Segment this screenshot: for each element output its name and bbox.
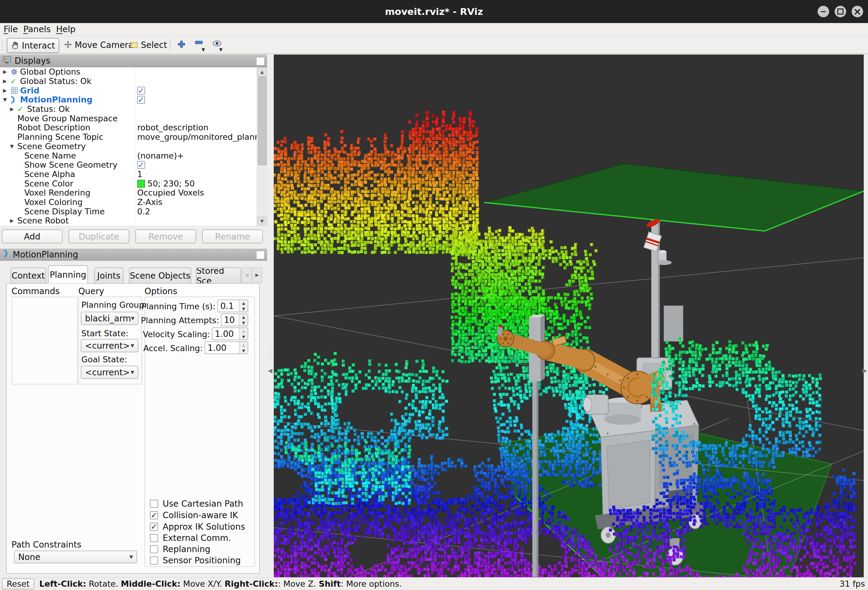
right-splitter[interactable]: ▶: [864, 54, 868, 577]
spin-down-button[interactable]: ▼: [239, 320, 248, 326]
3d-viewport[interactable]: [274, 54, 864, 577]
tool-interact[interactable]: Interact: [7, 38, 59, 53]
collapse-arrow-icon[interactable]: ▶: [3, 86, 10, 95]
expand-arrow-icon[interactable]: ▼: [10, 142, 17, 151]
tree-row-name[interactable]: ▼Scene Geometry: [0, 142, 143, 151]
checkbox-checked[interactable]: ✓: [137, 161, 145, 169]
tool-move-camera[interactable]: Move Camera: [60, 38, 137, 52]
tab-joints[interactable]: Joints: [94, 268, 124, 284]
tree-row-name[interactable]: ▼MotionPlanning: [0, 95, 137, 104]
tree-row-name[interactable]: Scene Alpha: [0, 170, 151, 179]
add-button[interactable]: Add: [2, 230, 62, 243]
tree-row-name[interactable]: ▶✓Global Status: Ok: [0, 77, 137, 86]
collision-aware-ik-checkbox[interactable]: ✓: [150, 511, 158, 519]
tree-row-name[interactable]: Robot Description: [0, 123, 143, 132]
motionplanning-float-button[interactable]: [256, 251, 265, 259]
tree-row-name[interactable]: Scene Name: [0, 151, 151, 160]
spin-down-button[interactable]: ▼: [239, 334, 248, 340]
tree-row-value[interactable]: ✓: [137, 95, 145, 104]
tree-row-name[interactable]: ▶Grid: [0, 86, 137, 95]
value-text: Z-Axis: [137, 198, 162, 207]
minimize-button[interactable]: [818, 6, 829, 17]
tree-row-value[interactable]: move_group/monitored_plann...: [137, 132, 257, 142]
checkbox-checked[interactable]: ✓: [137, 87, 145, 94]
reset-button[interactable]: Reset: [2, 578, 34, 589]
accel-scaling-spinner[interactable]: 1.00▲▼: [205, 341, 248, 354]
tab-stored-sce[interactable]: Stored Sce: [196, 268, 241, 284]
displays-float-button[interactable]: [256, 57, 265, 65]
external-comm-checkbox[interactable]: [150, 534, 158, 542]
tab-planning[interactable]: Planning: [48, 265, 88, 284]
use-cartesian-path-checkbox[interactable]: [150, 500, 158, 508]
collapse-arrow-icon[interactable]: ▶: [10, 104, 17, 114]
motionplanning-panel-header[interactable]: MotionPlanning: [0, 249, 267, 261]
spin-down-button[interactable]: ▼: [239, 306, 248, 312]
tree-row-value[interactable]: (noname)+: [137, 151, 184, 160]
tree-row-name[interactable]: ▶Scene Robot: [0, 216, 143, 225]
tab-scroll-right-button[interactable]: ▶: [252, 268, 262, 282]
tree-row-value[interactable]: 50; 230; 50: [137, 179, 195, 188]
checkbox-checked[interactable]: ✓: [137, 96, 145, 104]
color-swatch[interactable]: [137, 180, 145, 188]
left-splitter[interactable]: ◀: [267, 54, 274, 577]
displays-panel-header[interactable]: Displays: [0, 54, 267, 67]
tree-row-name[interactable]: ▶✓Status: Ok: [0, 104, 143, 114]
displays-scrollbar[interactable]: ▲ ▼: [257, 67, 267, 225]
toolbar-minus-dropdown[interactable]: ▼: [202, 47, 205, 53]
menu-help[interactable]: Help: [56, 24, 75, 34]
tree-row-value[interactable]: Occupied Voxels: [137, 188, 204, 198]
spin-up-button[interactable]: ▲: [239, 314, 248, 320]
tree-row-planning-scene-topic: Planning Scene Topicmove_group/monitored…: [0, 132, 257, 142]
tree-row-name[interactable]: Move Group Namespace: [0, 114, 143, 123]
toolbar-drag-handle[interactable]: [2, 40, 3, 50]
start-state-select[interactable]: <current>▼: [81, 339, 139, 352]
expand-arrow-icon[interactable]: ▼: [3, 95, 10, 104]
tree-row-name[interactable]: Voxel Rendering: [0, 188, 151, 198]
tab-scene-objects[interactable]: Scene Objects: [129, 268, 191, 284]
replanning-checkbox[interactable]: [150, 545, 158, 553]
collapse-left-icon[interactable]: ◀: [268, 367, 272, 374]
tree-row-name[interactable]: Scene Display Time: [0, 207, 151, 216]
tree-row-value[interactable]: robot_description: [137, 123, 208, 132]
planning-group-select[interactable]: blacki_arm▼: [81, 312, 139, 325]
tree-row-value[interactable]: 0.2: [137, 207, 150, 216]
tree-row-value[interactable]: Z-Axis: [137, 198, 162, 207]
hand-icon: [11, 41, 19, 50]
sensor-positioning-checkbox[interactable]: [150, 556, 158, 565]
menu-panels[interactable]: Panels: [24, 24, 51, 34]
velocity-scaling-spinner[interactable]: 1.00▲▼: [212, 327, 248, 340]
tree-row-value[interactable]: ✓: [137, 86, 145, 95]
tree-row-value[interactable]: ✓: [137, 160, 145, 170]
approx-ik-solutions-checkbox[interactable]: ✓: [150, 523, 158, 531]
tree-row-name[interactable]: ▶Global Options: [0, 67, 137, 77]
value-text: move_group/monitored_plann...: [137, 132, 257, 141]
menu-file[interactable]: File: [4, 24, 18, 34]
close-button[interactable]: ×: [852, 6, 863, 17]
planning-attempts-spinner[interactable]: 10▲▼: [221, 313, 248, 326]
toolbar-eye-dropdown[interactable]: ▼: [219, 47, 223, 53]
tool-select[interactable]: Select: [127, 38, 171, 52]
maximize-button[interactable]: [835, 6, 846, 17]
collapse-arrow-icon[interactable]: ▶: [3, 67, 10, 77]
tree-row-label: Scene Robot: [17, 216, 69, 225]
toolbar-minus-button[interactable]: [195, 40, 203, 46]
scroll-up-button[interactable]: ▲: [257, 67, 267, 77]
tree-row-name[interactable]: Show Scene Geometry: [0, 160, 151, 170]
path-constraints-select[interactable]: None ▼: [14, 550, 137, 564]
tree-row-name[interactable]: Scene Color: [0, 179, 151, 188]
scroll-thumb[interactable]: [258, 77, 267, 165]
spin-down-button[interactable]: ▼: [239, 348, 248, 353]
toolbar-plus-button[interactable]: [177, 40, 186, 50]
planning-time-s-spinner[interactable]: 0.1▲▼: [217, 300, 248, 312]
spin-up-button[interactable]: ▲: [239, 300, 248, 306]
tree-column-separator[interactable]: [135, 67, 135, 225]
tree-row-name[interactable]: Voxel Coloring: [0, 198, 151, 207]
collapse-right-icon[interactable]: ▶: [862, 367, 867, 374]
tree-row-name[interactable]: Planning Scene Topic: [0, 132, 143, 142]
collapse-arrow-icon[interactable]: ▶: [3, 77, 10, 86]
collapse-arrow-icon[interactable]: ▶: [10, 216, 17, 225]
tab-context[interactable]: Context: [10, 268, 46, 284]
goal-state-select[interactable]: <current>▼: [81, 366, 139, 379]
scroll-down-button[interactable]: ▼: [257, 216, 267, 225]
tree-row-value[interactable]: 1: [137, 170, 142, 179]
